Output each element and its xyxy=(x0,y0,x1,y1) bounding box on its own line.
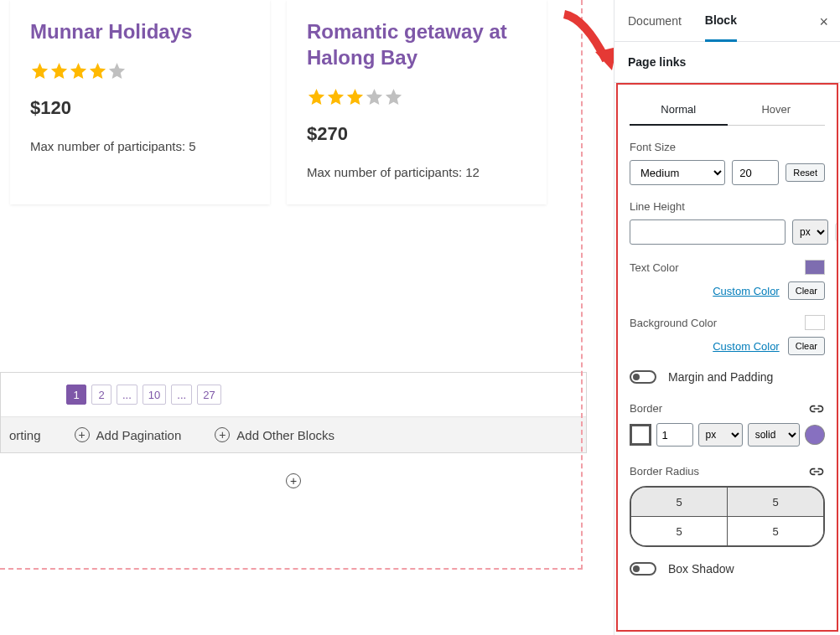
link-icon[interactable] xyxy=(808,466,825,478)
line-height-reset-button[interactable]: Reset xyxy=(835,223,838,241)
participants-text: Max number of participants: 12 xyxy=(307,165,526,179)
margin-padding-toggle[interactable] xyxy=(630,370,656,384)
radius-br-input[interactable]: 5 xyxy=(728,517,823,545)
bg-color-swatch[interactable] xyxy=(805,315,825,330)
text-color-swatch[interactable] xyxy=(805,260,825,275)
product-card[interactable]: Romantic getaway at Halong Bay $270 Max … xyxy=(287,0,547,204)
add-block-button[interactable]: + xyxy=(286,473,301,488)
add-pagination-button[interactable]: +Add Pagination xyxy=(75,427,182,442)
border-radius-label: Border Radius xyxy=(630,465,699,478)
add-sorting-button[interactable]: orting xyxy=(9,428,41,442)
font-size-label: Font Size xyxy=(630,141,825,153)
border-radius-grid: 5 5 5 5 xyxy=(630,486,825,547)
radius-bl-input[interactable]: 5 xyxy=(631,517,728,545)
add-other-blocks-button[interactable]: +Add Other Blocks xyxy=(215,427,334,442)
page-27[interactable]: 27 xyxy=(197,385,220,405)
plus-icon: + xyxy=(75,427,90,442)
tab-document[interactable]: Document xyxy=(628,2,682,40)
state-tab-hover[interactable]: Hover xyxy=(728,95,826,125)
border-width-input[interactable] xyxy=(656,423,693,447)
tab-block[interactable]: Block xyxy=(705,1,737,42)
page-2[interactable]: 2 xyxy=(91,385,111,405)
bg-color-custom-link[interactable]: Custom Color xyxy=(713,340,779,353)
card-title: Munnar Holidays xyxy=(30,18,250,44)
link-icon[interactable] xyxy=(808,403,825,415)
font-size-reset-button[interactable]: Reset xyxy=(786,163,825,182)
radius-tr-input[interactable]: 5 xyxy=(728,488,823,516)
card-title: Romantic getaway at Halong Bay xyxy=(307,18,526,70)
border-unit-select[interactable]: px xyxy=(698,423,743,447)
font-size-preset-select[interactable]: Medium xyxy=(630,160,725,185)
page-1[interactable]: 1 xyxy=(66,385,86,405)
price: $120 xyxy=(30,97,250,119)
bg-color-label: Background Color xyxy=(630,317,717,329)
box-shadow-toggle[interactable] xyxy=(630,562,656,576)
page-10[interactable]: 10 xyxy=(143,385,166,405)
line-height-unit-select[interactable]: px xyxy=(792,219,828,245)
plus-icon: + xyxy=(215,427,230,442)
line-height-label: Line Height xyxy=(630,200,825,213)
font-size-input[interactable] xyxy=(732,160,779,185)
text-color-label: Text Color xyxy=(630,261,679,274)
rating-stars xyxy=(307,87,526,106)
margin-padding-label: Margin and Padding xyxy=(668,370,773,384)
product-card[interactable]: Munnar Holidays $120 Max number of parti… xyxy=(10,0,270,204)
state-tab-normal[interactable]: Normal xyxy=(630,95,728,126)
box-shadow-label: Box Shadow xyxy=(668,562,734,576)
price: $270 xyxy=(307,123,526,145)
radius-tl-input[interactable]: 5 xyxy=(631,488,728,516)
bg-color-clear-button[interactable]: Clear xyxy=(788,337,825,355)
page-ellipsis[interactable]: ... xyxy=(171,385,192,405)
border-label: Border xyxy=(630,402,662,415)
rating-stars xyxy=(30,61,250,80)
participants-text: Max number of participants: 5 xyxy=(30,139,250,153)
close-sidebar-button[interactable]: × xyxy=(819,13,828,31)
text-color-custom-link[interactable]: Custom Color xyxy=(713,285,779,297)
text-color-clear-button[interactable]: Clear xyxy=(788,281,825,300)
border-style-select[interactable]: solid xyxy=(748,423,801,447)
panel-title: Page links xyxy=(628,55,827,69)
line-height-input[interactable] xyxy=(630,219,786,245)
page-ellipsis[interactable]: ... xyxy=(117,385,137,405)
border-color-swatch[interactable] xyxy=(630,424,651,446)
pagination: 1 2 ... 10 ... 27 xyxy=(1,373,586,417)
border-color-circle[interactable] xyxy=(805,425,825,445)
